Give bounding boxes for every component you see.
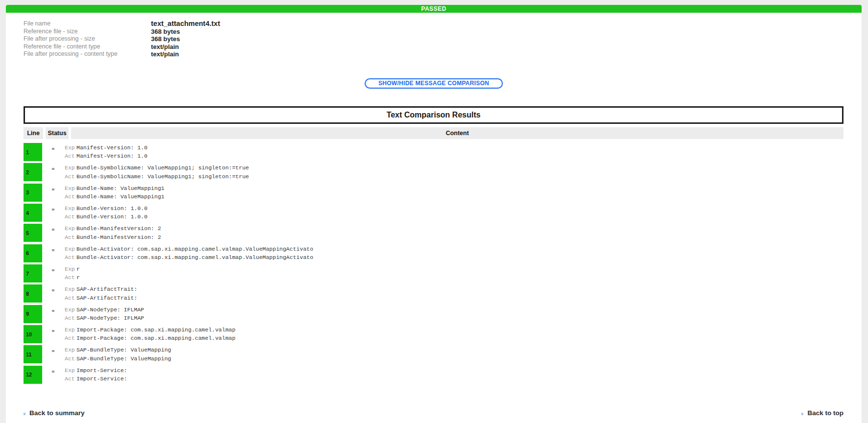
actual-label: Act bbox=[65, 375, 76, 383]
file-info-row: Reference file - content type text/plain bbox=[24, 43, 220, 51]
actual-line: ActSAP-NodeType: IFLMAP bbox=[65, 314, 144, 322]
expected-label: Exp bbox=[65, 164, 76, 172]
expected-label: Exp bbox=[65, 366, 76, 375]
expected-line: ExpBundle-Version: 1.0.0 bbox=[65, 204, 148, 212]
actual-label: Act bbox=[65, 294, 76, 302]
actual-label: Act bbox=[65, 172, 76, 181]
status-cell bbox=[52, 168, 54, 170]
expected-label: Exp bbox=[65, 265, 76, 273]
status-cell bbox=[52, 269, 54, 271]
status-icon bbox=[52, 350, 54, 352]
file-info-value: text/plain bbox=[151, 50, 179, 58]
status-cell bbox=[52, 289, 54, 291]
line-number-badge: 12 bbox=[24, 366, 42, 384]
line-number-badge: 6 bbox=[24, 244, 42, 262]
actual-line: ActSAP-ArtifactTrait: bbox=[65, 294, 137, 302]
line-number-badge: 9 bbox=[24, 305, 42, 323]
line-number-badge: 8 bbox=[24, 284, 42, 303]
back-to-top-label: Back to top bbox=[807, 409, 843, 417]
link-bullet-icon bbox=[801, 413, 803, 415]
expected-content: SAP-BundleType: ValueMapping bbox=[76, 347, 171, 353]
file-info-label: Reference file - size bbox=[24, 28, 151, 36]
back-to-summary-link[interactable]: Back to summary bbox=[24, 409, 85, 417]
expected-label: Exp bbox=[65, 204, 76, 212]
expected-line: ExpImport-Service: bbox=[65, 366, 127, 375]
file-info-row: Reference file - size 368 bytes bbox=[24, 28, 220, 36]
actual-label: Act bbox=[65, 334, 76, 342]
line-number-badge: 4 bbox=[24, 204, 42, 222]
expected-content: r bbox=[76, 266, 80, 272]
actual-content: Manifest-Version: 1.0 bbox=[76, 153, 148, 159]
expected-label: Exp bbox=[65, 306, 76, 314]
status-cell bbox=[52, 188, 54, 190]
actual-label: Act bbox=[65, 253, 76, 261]
actual-label: Act bbox=[65, 273, 76, 282]
expected-label: Exp bbox=[65, 184, 76, 192]
expected-content: Bundle-SymbolicName: ValueMapping1; sing… bbox=[76, 164, 249, 171]
line-number-badge: 3 bbox=[24, 184, 42, 202]
expected-content: Import-Package: com.sap.xi.mapping.camel… bbox=[76, 327, 235, 333]
actual-line: ActManifest-Version: 1.0 bbox=[65, 152, 148, 160]
test-report-card: PASSED File name text_attachment4.txt Re… bbox=[6, 5, 862, 423]
footer-navigation: Back to summary Back to top bbox=[24, 409, 843, 417]
actual-content: r bbox=[76, 274, 80, 281]
file-info-value: 368 bytes bbox=[151, 35, 180, 43]
expected-line: ExpBundle-Activator: com.sap.xi.mapping.… bbox=[65, 245, 313, 253]
column-header-content: Content bbox=[71, 127, 843, 139]
actual-line: ActBundle-Name: ValueMapping1 bbox=[65, 192, 164, 201]
toggle-button-row: SHOW/HIDE MESSAGE COMPARISON bbox=[6, 78, 862, 89]
expected-line: ExpBundle-SymbolicName: ValueMapping1; s… bbox=[65, 164, 249, 172]
expected-line: ExpSAP-NodeType: IFLMAP bbox=[65, 306, 144, 314]
content-cell: ExpBundle-ManifestVersion: 2 ActBundle-M… bbox=[65, 224, 161, 241]
expected-label: Exp bbox=[65, 143, 76, 152]
line-number-badge: 10 bbox=[24, 325, 42, 343]
expected-line: ExpImport-Package: com.sap.xi.mapping.ca… bbox=[65, 326, 235, 334]
expected-content: SAP-ArtifactTrait: bbox=[76, 286, 137, 292]
expected-content: Bundle-Name: ValueMapping1 bbox=[76, 185, 164, 191]
actual-line: ActImport-Service: bbox=[65, 375, 127, 383]
actual-line: Actr bbox=[65, 273, 80, 282]
file-info-value: 368 bytes bbox=[151, 28, 180, 36]
comparison-results-title: Text Comparison Results bbox=[24, 106, 843, 124]
expected-label: Exp bbox=[65, 326, 76, 334]
status-icon bbox=[52, 269, 54, 271]
file-info-label: File after processing - content type bbox=[24, 50, 151, 58]
file-info-table: File name text_attachment4.txt Reference… bbox=[24, 20, 220, 58]
expected-label: Exp bbox=[65, 224, 76, 233]
column-header-line: Line bbox=[24, 127, 43, 139]
expected-content: Bundle-Activator: com.sap.xi.mapping.cam… bbox=[76, 246, 313, 252]
actual-label: Act bbox=[65, 233, 76, 241]
expected-content: Manifest-Version: 1.0 bbox=[76, 144, 148, 151]
content-cell: ExpBundle-Name: ValueMapping1 ActBundle-… bbox=[65, 184, 164, 201]
expected-line: ExpSAP-ArtifactTrait: bbox=[65, 285, 137, 293]
actual-content: SAP-BundleType: ValueMapping bbox=[76, 355, 171, 362]
actual-line: ActBundle-ManifestVersion: 2 bbox=[65, 233, 161, 241]
back-to-top-link[interactable]: Back to top bbox=[801, 409, 843, 417]
status-cell bbox=[52, 350, 54, 352]
line-number-badge: 11 bbox=[24, 345, 42, 363]
file-info-row: File after processing - content type tex… bbox=[24, 50, 220, 58]
show-hide-message-comparison-button[interactable]: SHOW/HIDE MESSAGE COMPARISON bbox=[365, 78, 503, 89]
actual-line: ActBundle-Activator: com.sap.xi.mapping.… bbox=[65, 253, 313, 261]
content-cell: ExpBundle-SymbolicName: ValueMapping1; s… bbox=[65, 164, 249, 181]
line-number-badge: 1 bbox=[24, 143, 42, 161]
content-cell: ExpBundle-Activator: com.sap.xi.mapping.… bbox=[65, 245, 313, 262]
status-icon bbox=[52, 168, 54, 170]
actual-content: Bundle-ManifestVersion: 2 bbox=[76, 234, 161, 240]
status-icon bbox=[52, 289, 54, 291]
expected-line: Expr bbox=[65, 265, 80, 273]
file-info-label: Reference file - content type bbox=[24, 43, 151, 51]
actual-content: Bundle-Name: ValueMapping1 bbox=[76, 193, 164, 200]
file-info-label: File after processing - size bbox=[24, 35, 151, 43]
status-cell bbox=[52, 371, 54, 373]
status-icon bbox=[52, 148, 54, 150]
actual-label: Act bbox=[65, 212, 76, 221]
actual-content: Import-Package: com.sap.xi.mapping.camel… bbox=[76, 335, 235, 341]
actual-content: Bundle-Version: 1.0.0 bbox=[76, 213, 148, 220]
file-info-row: File after processing - size 368 bytes bbox=[24, 35, 220, 43]
actual-label: Act bbox=[65, 192, 76, 201]
status-icon bbox=[52, 209, 54, 211]
expected-line: ExpSAP-BundleType: ValueMapping bbox=[65, 346, 171, 354]
status-cell bbox=[52, 148, 54, 150]
content-cell: ExpSAP-BundleType: ValueMapping ActSAP-B… bbox=[65, 346, 171, 363]
